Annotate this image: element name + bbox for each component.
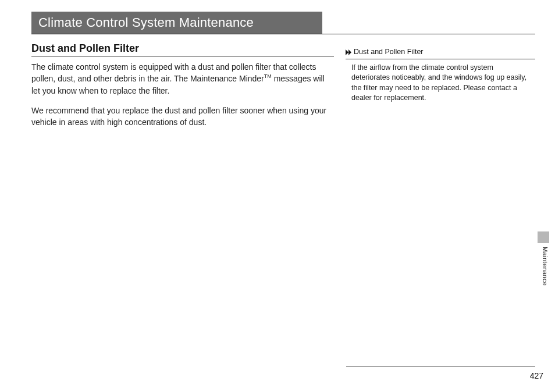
svg-marker-0 (346, 49, 348, 55)
sidebar-column: Dust and Pollen Filter If the airflow fr… (346, 42, 535, 136)
page-number: 427 (530, 371, 543, 380)
main-column: Dust and Pollen Filter The climate contr… (31, 42, 334, 136)
svg-marker-1 (348, 49, 351, 55)
title-row: Climate Control System Maintenance (31, 12, 535, 34)
body-paragraph-1: The climate control system is equipped w… (31, 61, 334, 97)
content-columns: Dust and Pollen Filter The climate contr… (31, 42, 535, 136)
page-title: Climate Control System Maintenance (31, 12, 322, 34)
section-heading: Dust and Pollen Filter (31, 42, 334, 55)
manual-page: Climate Control System Maintenance Dust … (0, 0, 555, 392)
trademark-symbol: TM (264, 74, 272, 80)
section-tab-marker (538, 231, 549, 243)
section-tab-label: Maintenance (542, 247, 549, 286)
sidebar-rule (346, 59, 535, 59)
body-paragraph-2: We recommend that you replace the dust a… (31, 105, 334, 129)
sidebar-body: If the airflow from the climate control … (346, 63, 535, 104)
sidebar-heading-text: Dust and Pollen Filter (354, 47, 424, 58)
heading-rule (31, 56, 334, 56)
footer-rule (346, 366, 535, 366)
double-chevron-icon (346, 49, 353, 55)
sidebar-heading: Dust and Pollen Filter (346, 47, 535, 58)
